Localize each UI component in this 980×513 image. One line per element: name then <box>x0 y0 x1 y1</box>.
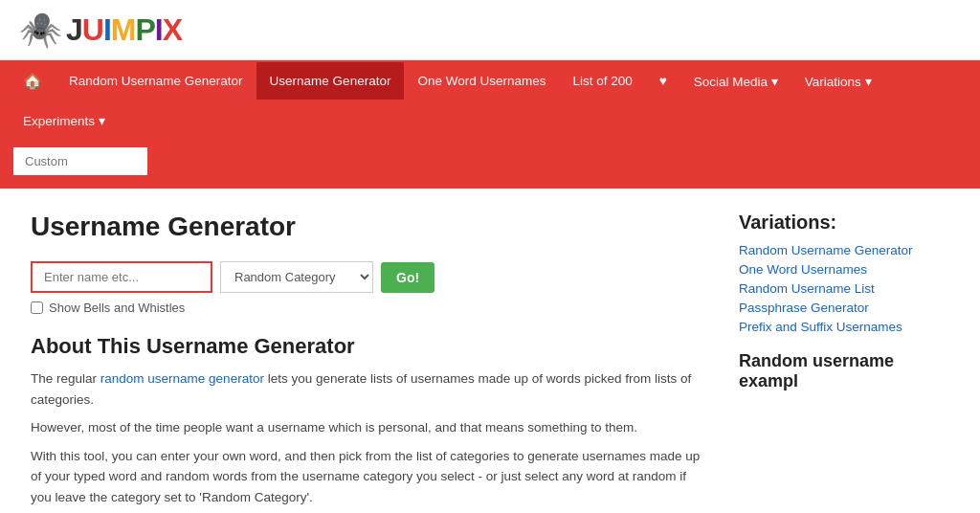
about-title: About This Username Generator <box>31 334 701 359</box>
sidebar-link-4[interactable]: Prefix and Suffix Usernames <box>739 320 949 334</box>
nav-favorites[interactable]: ♥ <box>646 62 680 100</box>
search-bar-area <box>0 140 980 189</box>
custom-search-input[interactable] <box>13 147 147 175</box>
nav-username-generator[interactable]: Username Generator <box>256 62 405 100</box>
random-username-link[interactable]: random username generator <box>100 371 264 386</box>
about-section: About This Username Generator The regula… <box>31 334 701 513</box>
sidebar-link-2[interactable]: Random Username List <box>739 281 949 296</box>
page-title: Username Generator <box>31 212 701 242</box>
nav-list-of-200[interactable]: List of 200 <box>559 62 645 100</box>
sidebar: Variations: Random Username Generator On… <box>739 212 949 513</box>
category-select[interactable]: Random Category <box>220 261 373 293</box>
nav-social-media[interactable]: Social Media ▾ <box>680 62 791 100</box>
sidebar-link-0[interactable]: Random Username Generator <box>739 243 949 257</box>
sidebar-link-3[interactable]: Passphrase Generator <box>739 301 949 315</box>
sidebar-variations-title: Variations: <box>739 212 949 234</box>
logo-figure: 🕷️ <box>19 10 62 50</box>
nav-experiments[interactable]: Experiments ▾ <box>10 101 119 140</box>
logo-bar: 🕷️ JUIMPIX <box>0 0 980 60</box>
nav-variations[interactable]: Variations ▾ <box>791 62 885 100</box>
about-paragraph-2: However, most of the time people want a … <box>31 417 701 438</box>
nav-random-username-generator[interactable]: Random Username Generator <box>56 62 256 100</box>
generator-form: Random Category Go! <box>31 261 701 293</box>
bells-row: Show Bells and Whistles <box>31 301 701 315</box>
bells-checkbox[interactable] <box>31 301 43 314</box>
sidebar-example-title: Random username exampl <box>739 351 949 391</box>
go-button[interactable]: Go! <box>381 262 434 293</box>
name-input[interactable] <box>31 261 212 293</box>
about-paragraph-3: With this tool, you can enter your own w… <box>31 446 701 508</box>
nav-home[interactable]: 🏠 <box>10 60 56 101</box>
sidebar-link-1[interactable]: One Word Usernames <box>739 262 949 277</box>
main-wrapper: Username Generator Random Category Go! S… <box>11 189 969 513</box>
logo-text: JUIMPIX <box>66 14 182 45</box>
nav-bar: 🏠 Random Username Generator Username Gen… <box>0 60 980 140</box>
main-content: Username Generator Random Category Go! S… <box>31 212 701 513</box>
nav-one-word-usernames[interactable]: One Word Usernames <box>404 62 559 100</box>
bells-label: Show Bells and Whistles <box>49 301 185 315</box>
about-paragraph-1: The regular random username generator le… <box>31 368 701 410</box>
